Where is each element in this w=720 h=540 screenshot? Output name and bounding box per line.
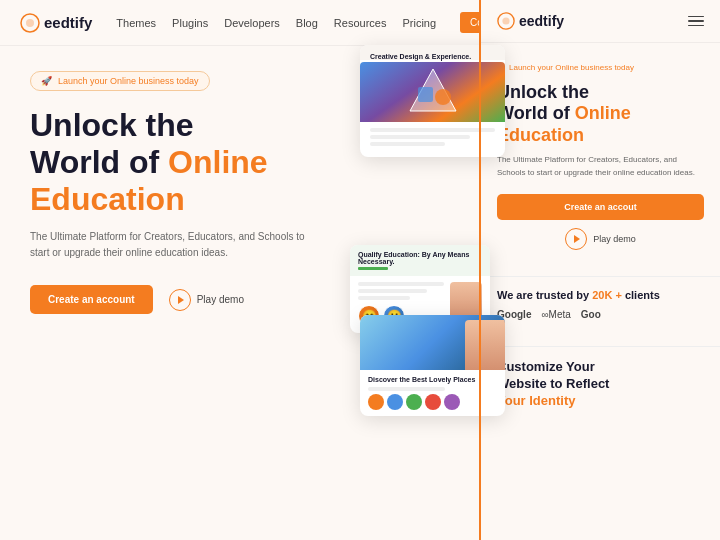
right-play-triangle (574, 235, 580, 243)
avatar-4 (425, 394, 441, 410)
goo-logo: Goo (581, 309, 601, 320)
card-discover-title: Discover the Best Lovely Places (368, 376, 497, 383)
avatar-3 (406, 394, 422, 410)
right-nav: eedtify (481, 0, 720, 43)
hero-title-online: Online (168, 144, 268, 180)
right-play-icon (565, 228, 587, 250)
text-line-1 (358, 282, 444, 286)
discover-avatars (368, 394, 497, 410)
trusted-count: 20K + (592, 289, 622, 301)
panel-separator (479, 0, 481, 540)
right-logo-text: eedtify (519, 13, 564, 29)
create-account-button[interactable]: Create an account (30, 285, 153, 314)
hamburger-line-1 (688, 16, 704, 18)
nav-resources[interactable]: Resources (334, 17, 387, 29)
card-creative-top: Creative Design & Experience. (360, 45, 505, 60)
card-creative-body (360, 122, 505, 157)
hamburger-line-3 (688, 25, 704, 27)
hero-subtitle: The Ultimate Platform for Creators, Educ… (30, 229, 310, 261)
card-creative-image (360, 62, 505, 122)
nav-themes[interactable]: Themes (116, 17, 156, 29)
badge-text: Launch your Online business today (58, 76, 199, 86)
preview-cards-container: Creative Design & Experience. Qualify Ed… (340, 45, 560, 535)
hero-title-line1: Unlock the (30, 107, 194, 143)
hamburger-line-2 (688, 20, 704, 22)
card-creative-title: Creative Design & Experience. (370, 53, 495, 60)
text-line-2 (358, 289, 427, 293)
svg-point-6 (502, 17, 509, 24)
hamburger-menu[interactable] (688, 16, 704, 27)
play-demo-button[interactable]: Play demo (169, 289, 244, 311)
avatar-5 (444, 394, 460, 410)
card-discover: Discover the Best Lovely Places (360, 315, 505, 416)
hero-title-education: Education (30, 181, 185, 217)
svg-point-4 (435, 89, 451, 105)
nav-blog[interactable]: Blog (296, 17, 318, 29)
right-title-online: Online (575, 103, 631, 123)
right-play-label: Play demo (593, 234, 636, 244)
left-logo[interactable]: eedtify (20, 13, 92, 33)
text-line-2 (370, 135, 470, 139)
nav-plugins[interactable]: Plugins (172, 17, 208, 29)
card-discover-image (360, 315, 505, 370)
left-nav: eedtify Themes Plugins Developers Blog R… (0, 0, 480, 46)
nav-developers[interactable]: Developers (224, 17, 280, 29)
hero-title-line2: World of (30, 144, 159, 180)
play-triangle-icon (178, 296, 184, 304)
play-circle-icon (169, 289, 191, 311)
play-demo-label: Play demo (197, 294, 244, 305)
card-qualify-top: Qualify Education: By Any Means Necessar… (350, 245, 490, 276)
trusted-suffix: clients (625, 289, 660, 301)
left-nav-links: Themes Plugins Developers Blog Resources… (116, 17, 436, 29)
card-creative-design: Creative Design & Experience. (360, 45, 505, 157)
nav-pricing[interactable]: Pricing (402, 17, 436, 29)
badge-icon: 🚀 (41, 76, 52, 86)
text-line-3 (370, 142, 445, 146)
svg-rect-3 (418, 87, 433, 102)
right-logo[interactable]: eedtify (497, 12, 564, 30)
left-logo-text: eedtify (44, 14, 92, 31)
avatar-1 (368, 394, 384, 410)
card-discover-body: Discover the Best Lovely Places (360, 370, 505, 416)
qualify-accent (358, 267, 388, 270)
text-line-1 (370, 128, 495, 132)
hero-badge: 🚀 Launch your Online business today (30, 71, 210, 91)
svg-point-1 (26, 19, 34, 27)
text-line-3 (358, 296, 410, 300)
discover-person-overlay (465, 320, 505, 370)
card-qualify-title: Qualify Education: By Any Means Necessar… (358, 251, 482, 265)
categories-label (368, 387, 445, 391)
avatar-2 (387, 394, 403, 410)
